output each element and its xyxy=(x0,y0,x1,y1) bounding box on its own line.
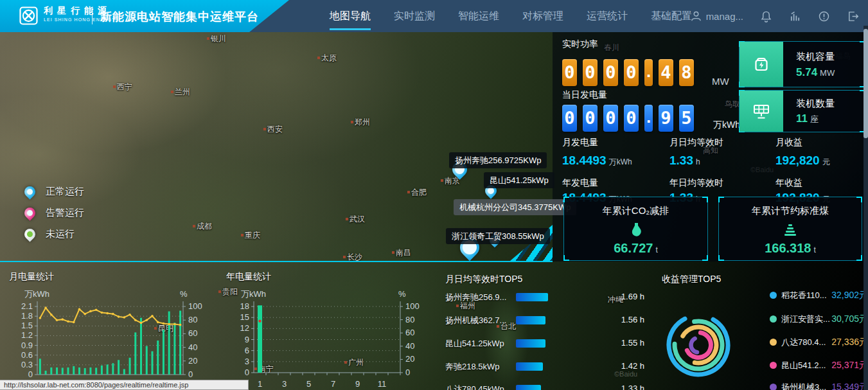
realtime-power-label: 实时功率 xyxy=(562,39,598,50)
station-label: 扬州奔驰256.9725KWp xyxy=(449,152,547,168)
brand-divider xyxy=(92,8,93,24)
solar-panel-icon xyxy=(740,91,783,132)
map-status-legend: 正常运行 告警运行 未运行 xyxy=(24,185,84,249)
svg-text:20: 20 xyxy=(188,356,197,366)
seven-seg-digit: 0 xyxy=(624,59,639,86)
installed-capacity-card: 装机容量 5.74MW xyxy=(739,41,865,87)
map-city-label: 西宁 xyxy=(113,82,132,93)
off-pin-icon xyxy=(22,226,37,242)
main-nav: 地图导航 实时监测 智能运维 对标管理 运营统计 基础配置 xyxy=(318,0,704,32)
legend-alarm-label: 告警运行 xyxy=(46,207,84,219)
user-menu[interactable]: manag... xyxy=(690,10,743,22)
svg-text:0: 0 xyxy=(188,369,193,379)
revenue-ring-chart xyxy=(666,310,731,382)
svg-text:万kWh: 万kWh xyxy=(241,289,266,299)
seven-seg-digit: 0 xyxy=(562,59,577,86)
today-energy-unit: 万kWh xyxy=(713,120,740,131)
battery-charge-icon xyxy=(740,42,783,87)
page-title: 新能源电站智能集中运维平台 xyxy=(100,9,259,24)
svg-text:40: 40 xyxy=(405,341,414,351)
legend-off-label: 未运行 xyxy=(46,228,75,240)
month-revenue-value: 192,820元 xyxy=(775,154,830,168)
svg-text:80: 80 xyxy=(188,315,197,324)
map-city-label: 重庆 xyxy=(241,230,260,241)
nav-map[interactable]: 地图导航 xyxy=(318,0,382,32)
brand-area: 利星行能源 LEI SHING HONG ENERGY 新能源电站智能集中运维平… xyxy=(0,0,289,32)
revenue-top5-row: 浙江安普实... 30,705元 xyxy=(770,314,867,325)
top-navbar: 利星行能源 LEI SHING HONG ENERGY 新能源电站智能集中运维平… xyxy=(0,0,868,32)
svg-text:万kWh: 万kWh xyxy=(24,289,49,299)
count-value: 11座 xyxy=(796,112,819,125)
map-city-label: 武汉 xyxy=(346,214,365,225)
hours-row-label: 扬州机械362.7... xyxy=(445,315,506,326)
capacity-label: 装机容量 xyxy=(796,51,835,63)
month-energy-label: 月发电量 xyxy=(562,137,598,148)
svg-text:9: 9 xyxy=(245,335,249,344)
revenue-row-value: 25,371元 xyxy=(831,360,868,371)
revenue-row-label: 扬州机械3... xyxy=(781,382,826,390)
revenue-row-value: 27,336元 xyxy=(831,337,868,348)
signal-chart-icon[interactable] xyxy=(789,10,801,22)
monthly-chart-title: 月电量统计 xyxy=(9,271,54,283)
svg-text:1.5: 1.5 xyxy=(21,321,33,330)
page-scrollbar xyxy=(864,26,868,390)
hours-top5-row: 奔驰218.5kWp 1.42 h xyxy=(445,361,644,371)
svg-text:3: 3 xyxy=(245,357,249,366)
revenue-row-label: 稻花香110... xyxy=(781,290,827,301)
revenue-top5-title: 收益管理TOP5 xyxy=(662,274,721,285)
svg-text:5: 5 xyxy=(306,379,311,389)
seven-seg-digit: 9 xyxy=(659,105,673,132)
today-energy-label: 当日发电量 xyxy=(562,89,607,101)
hours-row-label: 八达780.45kWp xyxy=(445,384,504,390)
svg-text:40: 40 xyxy=(188,342,197,352)
co2-value: 66.727t xyxy=(564,241,707,256)
svg-text:%: % xyxy=(398,289,406,299)
map-city-label: 成都 xyxy=(193,221,212,232)
scrollbar-thumb[interactable] xyxy=(864,29,868,138)
nav-realtime[interactable]: 实时监测 xyxy=(382,0,447,32)
hours-row-bar xyxy=(516,385,541,390)
hours-top5-row: 八达780.45kWp 1.33 h xyxy=(445,384,644,390)
svg-text:15: 15 xyxy=(240,312,249,322)
seven-seg-digit: . xyxy=(644,59,653,86)
month-energy-value: 18.4493万kWh xyxy=(562,154,632,168)
revenue-top5-row: 扬州机械3... 15,349元 xyxy=(770,382,867,390)
legend-off: 未运行 xyxy=(24,227,84,240)
revenue-row-label: 浙江安普实... xyxy=(781,314,830,325)
user-icon xyxy=(690,10,702,22)
revenue-dot-icon xyxy=(770,292,777,299)
map-city-label: 合肥 xyxy=(407,187,427,198)
hours-row-bar xyxy=(516,362,543,371)
year-revenue-label: 年收益 xyxy=(775,177,802,189)
hours-row-value: 1.69 h xyxy=(590,292,644,301)
coal-title: 年累计节约标准煤 xyxy=(719,205,862,217)
hours-row-value: 1.33 h xyxy=(590,384,644,390)
legend-alarm: 告警运行 xyxy=(24,206,84,219)
company-logo-icon xyxy=(19,6,38,25)
svg-text:12: 12 xyxy=(240,323,249,333)
coal-value: 166.318t xyxy=(719,241,862,256)
station-label: 浙江领奇工贸308.55kWp xyxy=(446,228,550,244)
month-revenue-label: 月收益 xyxy=(775,137,802,148)
realtime-power-unit: MW xyxy=(712,76,729,87)
alert-info-icon[interactable] xyxy=(818,10,830,22)
year-energy-label: 年发电量 xyxy=(562,177,598,189)
alarm-pin-icon xyxy=(22,205,37,220)
svg-text:20: 20 xyxy=(405,354,414,364)
svg-text:0: 0 xyxy=(405,368,410,377)
logout-icon[interactable] xyxy=(847,10,859,22)
hours-top5-row: 扬州机械362.7... 1.56 h xyxy=(445,315,644,325)
nav-ops[interactable]: 智能运维 xyxy=(447,0,511,32)
nav-statistics[interactable]: 运营统计 xyxy=(575,0,639,32)
seven-seg-digit: 5 xyxy=(679,105,694,132)
svg-text:2.1: 2.1 xyxy=(21,301,33,311)
installed-count-card: 装机数量 11座 xyxy=(739,90,865,132)
status-bar-link-preview: http://lshsolar.lab-net.com:8080/pages/r… xyxy=(0,380,249,390)
map-city-label: 西安 xyxy=(263,124,283,135)
bell-icon[interactable] xyxy=(760,10,772,22)
nav-benchmark[interactable]: 对标管理 xyxy=(511,0,575,32)
svg-text:0.6: 0.6 xyxy=(21,350,33,360)
seven-seg-digit: 0 xyxy=(583,105,598,132)
hours-row-bar xyxy=(516,339,545,348)
svg-text:0: 0 xyxy=(28,369,33,379)
